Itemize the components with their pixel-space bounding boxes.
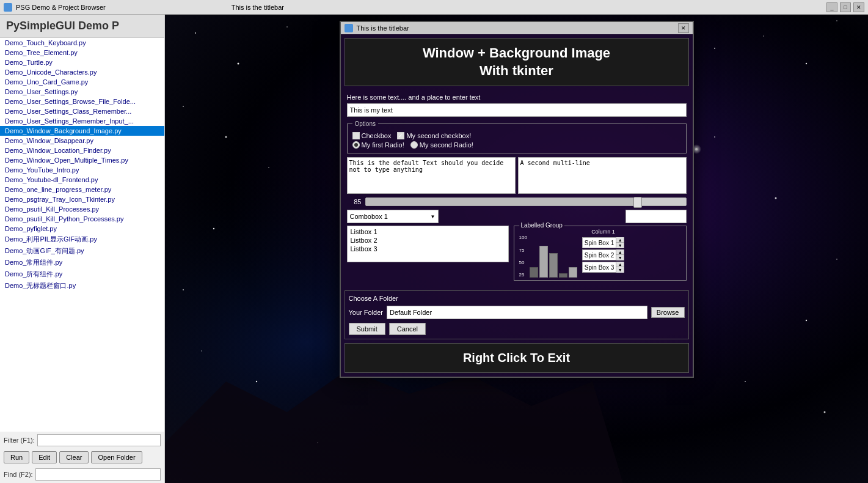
clear-button[interactable]: Clear: [59, 451, 89, 463]
file-item[interactable]: Demo_无标题栏窗口.py: [0, 280, 164, 292]
file-item[interactable]: Demo_User_Settings.py: [0, 87, 164, 97]
file-item[interactable]: Demo_psutil_Kill_Python_Processes.py: [0, 214, 164, 224]
content-area: This is the titlebar ✕ Window + Backgrou…: [165, 15, 868, 483]
slider-track: [365, 197, 687, 206]
file-item[interactable]: Demo_Tree_Element.py: [0, 48, 164, 57]
file-item[interactable]: Demo_常用组件.py: [0, 257, 164, 268]
y-label-50: 50: [519, 260, 527, 265]
edit-button[interactable]: Edit: [32, 451, 57, 463]
file-item[interactable]: Demo_Window_Open_Multiple_Times.py: [0, 155, 164, 165]
spinbox-column-header: Column 1: [582, 229, 624, 235]
right-panel: This is the titlebar ✕ Window + Backgrou…: [165, 15, 868, 483]
radio2[interactable]: My second Radio!: [410, 141, 473, 149]
lower-row: Listbox 1Listbox 2Listbox 3 Labelled Gro…: [347, 226, 687, 281]
file-item[interactable]: Demo_User_Settings_Remember_Input_...: [0, 116, 164, 126]
options-row-2: My first Radio! My second Radio!: [352, 141, 681, 149]
radio1-dot: [354, 143, 358, 147]
checkbox2[interactable]: ✓ My second checkbox!: [397, 132, 471, 139]
spinbox2[interactable]: Spin Box 2 ▲ ▼: [582, 249, 624, 260]
maximize-button[interactable]: □: [840, 2, 851, 12]
listbox[interactable]: Listbox 1Listbox 2Listbox 3: [347, 226, 509, 262]
filter-input[interactable]: [37, 434, 161, 446]
file-item[interactable]: Demo_Window_Background_Image.py: [0, 126, 164, 136]
file-item[interactable]: Demo_psutil_Kill_Processes.py: [0, 204, 164, 214]
bar-2: [539, 246, 548, 278]
spinbox2-down[interactable]: ▼: [616, 255, 624, 260]
file-item[interactable]: Demo_User_Settings_Browse_File_Folde...: [0, 97, 164, 106]
app-icon: [4, 3, 12, 12]
file-item[interactable]: Demo_Turtle.py: [0, 57, 164, 67]
radio1-circle[interactable]: [352, 141, 360, 149]
slider-value: 85: [347, 198, 362, 205]
combobox-value: Combobox 1: [350, 213, 388, 220]
file-item[interactable]: Demo_利用PIL显示GIF动画.py: [0, 234, 164, 245]
open-folder-button[interactable]: Open Folder: [91, 451, 142, 463]
exit-text: Right Click To Exit: [463, 351, 570, 364]
file-item[interactable]: Demo_YouTube_Intro.py: [0, 165, 164, 175]
spinbox1[interactable]: Spin Box 1 ▲ ▼: [582, 237, 624, 248]
multiline2-input[interactable]: [518, 157, 687, 194]
spinbox3-arrows: ▲ ▼: [616, 262, 624, 273]
header-box: Window + Background Image With tkinter: [345, 38, 689, 86]
radio2-label: My second Radio!: [420, 141, 473, 149]
file-item[interactable]: Demo_Youtube-dl_Frontend.py: [0, 175, 164, 185]
file-item[interactable]: Demo_pyfiglet.py: [0, 224, 164, 234]
run-button[interactable]: Run: [4, 451, 29, 463]
spinbox3-up[interactable]: ▲: [616, 262, 624, 267]
file-item[interactable]: Demo_Unicode_Characters.py: [0, 67, 164, 77]
file-item[interactable]: Demo_Uno_Card_Game.py: [0, 77, 164, 87]
file-item[interactable]: Demo_Touch_Keyboard.py: [0, 38, 164, 48]
minimize-button[interactable]: _: [826, 2, 837, 12]
radio2-circle[interactable]: [410, 141, 418, 149]
title-bar-controls: _ □ ✕: [826, 2, 864, 12]
file-item[interactable]: Demo_User_Settings_Class_Remember...: [0, 106, 164, 116]
spinbox2-up[interactable]: ▲: [616, 249, 624, 255]
input-small[interactable]: [625, 210, 687, 223]
exit-bar[interactable]: Right Click To Exit: [345, 343, 689, 373]
checkbox1-box[interactable]: [352, 132, 360, 139]
listbox-item[interactable]: Listbox 1: [349, 227, 507, 236]
spinbox1-value: Spin Box 1: [583, 240, 616, 246]
combo-row: Combobox 1 ▼: [347, 210, 687, 223]
file-item[interactable]: Demo_Window_Disappear.py: [0, 136, 164, 146]
checkbox2-box[interactable]: ✓: [397, 132, 404, 139]
y-labels: 100 75 50 25: [519, 235, 527, 278]
spinbox1-down[interactable]: ▼: [616, 243, 624, 248]
multiline1-container: [347, 157, 516, 194]
options-row-1: Checkbox ✓ My second checkbox!: [352, 132, 681, 139]
spinbox3[interactable]: Spin Box 3 ▲ ▼: [582, 262, 624, 273]
browse-button[interactable]: Browse: [651, 307, 685, 318]
folder-input[interactable]: [387, 306, 647, 319]
text-input[interactable]: [347, 103, 687, 117]
spinbox3-down[interactable]: ▼: [616, 267, 624, 273]
action-row: Submit Cancel: [349, 323, 685, 335]
cancel-button[interactable]: Cancel: [389, 323, 426, 335]
listbox-item[interactable]: Listbox 2: [349, 236, 507, 245]
file-item[interactable]: Demo_动画GIF_有问题.py: [0, 245, 164, 257]
slider-row: 85: [347, 197, 687, 206]
file-item[interactable]: Demo_所有组件.py: [0, 268, 164, 280]
title-bar: PSG Demo & Project Browser This is the t…: [0, 0, 868, 15]
slider-thumb[interactable]: [633, 197, 642, 208]
bar-4: [559, 273, 567, 278]
folder-row: Your Folder Browse: [349, 306, 685, 319]
file-item[interactable]: Demo_one_line_progress_meter.py: [0, 185, 164, 194]
combobox[interactable]: Combobox 1 ▼: [347, 210, 439, 223]
file-item[interactable]: Demo_psgtray_Tray_Icon_Tkinter.py: [0, 194, 164, 204]
chart-container: 100 75 50 25: [519, 229, 577, 278]
checkbox1-label: Checkbox: [362, 132, 392, 139]
filter-label: Filter (F1):: [4, 437, 35, 444]
radio1[interactable]: My first Radio!: [352, 141, 404, 149]
submit-button[interactable]: Submit: [349, 323, 385, 335]
sec-close-btn[interactable]: ✕: [678, 23, 689, 33]
bar-3: [549, 253, 558, 278]
file-item[interactable]: Demo_Window_Location_Finder.py: [0, 146, 164, 155]
multiline1-input[interactable]: [347, 157, 516, 194]
section-text-label: Here is some text.... and a place to ent…: [347, 94, 687, 101]
checkbox1[interactable]: Checkbox: [352, 132, 392, 139]
listbox-item[interactable]: Listbox 3: [349, 245, 507, 253]
spinbox1-up[interactable]: ▲: [616, 237, 624, 243]
find-input[interactable]: [35, 468, 161, 481]
multiline2-container: [518, 157, 687, 194]
close-button[interactable]: ✕: [853, 2, 864, 12]
